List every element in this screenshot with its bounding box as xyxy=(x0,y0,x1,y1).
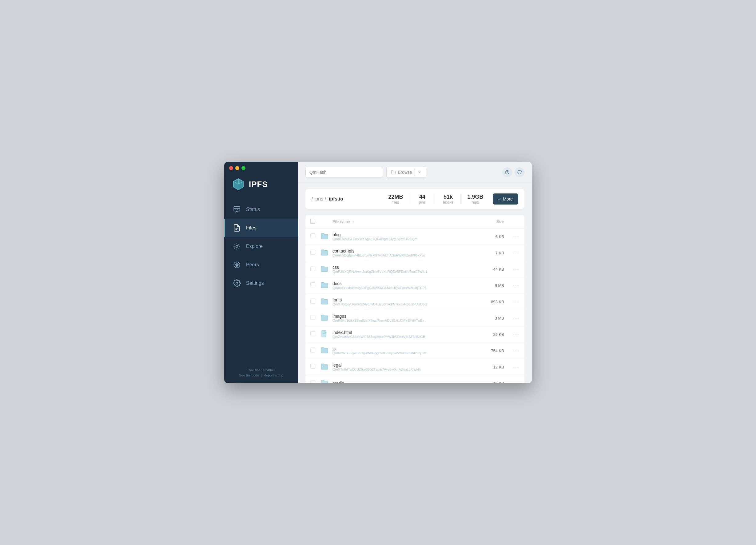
sidebar-item-files[interactable]: Files xyxy=(224,219,298,237)
file-size-2: 44 KB xyxy=(473,267,504,272)
svg-line-20 xyxy=(238,244,239,245)
stat-pins-value: 44 xyxy=(419,194,425,200)
folder-icon-1 xyxy=(320,248,329,257)
row-menu-7[interactable]: ··· xyxy=(504,348,519,354)
svg-point-13 xyxy=(236,245,238,248)
file-name-5[interactable]: images xyxy=(332,314,473,319)
column-size: Size xyxy=(473,219,504,224)
file-name-7[interactable]: js xyxy=(332,346,473,351)
file-size-7: 754 KB xyxy=(473,348,504,353)
files-icon xyxy=(233,224,241,232)
row-checkbox-8[interactable] xyxy=(310,364,315,369)
help-icon xyxy=(505,170,510,175)
file-table: File name ↑ Size blog xyxy=(305,215,524,383)
row-checkbox-6[interactable] xyxy=(310,331,315,336)
row-menu-5[interactable]: ··· xyxy=(504,315,519,321)
app-window: IPFS Status Files Explo xyxy=(224,162,532,383)
stat-pins-label[interactable]: pins xyxy=(419,200,426,205)
row-checkbox-9[interactable] xyxy=(310,380,315,383)
svg-line-18 xyxy=(234,244,235,245)
file-name-3[interactable]: docs xyxy=(332,281,473,286)
sidebar-footer: Revision 3834d49 See the code | Report a… xyxy=(224,363,298,383)
see-code-link[interactable]: See the code xyxy=(239,373,259,377)
row-menu-1[interactable]: ··· xyxy=(504,250,519,256)
peers-label: Peers xyxy=(246,262,259,268)
folder-icon-2 xyxy=(320,264,329,273)
file-hash-5: QmR9Kd1GkkS9im8JafX8wxjRrnnHDLS1H1CMYEYt… xyxy=(332,319,473,322)
stat-files-label[interactable]: files xyxy=(392,200,399,205)
svg-rect-7 xyxy=(234,206,240,211)
main-nav: Status Files Explore Peers xyxy=(224,200,298,363)
folder-icon-4 xyxy=(320,297,329,305)
stat-blocks: 51k blocks xyxy=(436,194,461,205)
file-size-6: 29 KB xyxy=(473,332,504,337)
row-menu-2[interactable]: ··· xyxy=(504,266,519,273)
file-size-0: 6 KB xyxy=(473,234,504,239)
file-size-9: 13 KB xyxy=(473,381,504,384)
topbar: Browse xyxy=(298,162,532,183)
sidebar-item-status[interactable]: Status xyxy=(224,200,298,219)
folder-icon-9 xyxy=(320,378,329,383)
file-name-2[interactable]: css xyxy=(332,265,473,270)
settings-label: Settings xyxy=(246,280,264,286)
svg-line-19 xyxy=(238,248,239,249)
stat-repo-label: repo xyxy=(472,200,479,205)
file-name-4[interactable]: fonts xyxy=(332,297,473,302)
more-button[interactable]: ··· More xyxy=(493,193,518,205)
row-checkbox-5[interactable] xyxy=(310,315,315,320)
file-name-0[interactable]: blog xyxy=(332,232,473,237)
folder-icon-5 xyxy=(320,313,329,322)
file-size-1: 7 KB xyxy=(473,251,504,255)
sidebar-item-peers[interactable]: Peers xyxy=(224,256,298,274)
row-checkbox-4[interactable] xyxy=(310,299,315,304)
table-row: css QmPJNXQRNAtwxt2ctKgZNe8VdKuRQEvBFEoN… xyxy=(305,261,524,277)
refresh-icon xyxy=(517,170,522,175)
status-label: Status xyxy=(246,207,260,212)
table-header: File name ↑ Size xyxy=(305,215,524,229)
sidebar-item-settings[interactable]: Settings xyxy=(224,274,298,292)
row-menu-0[interactable]: ··· xyxy=(504,233,519,240)
search-input[interactable] xyxy=(305,167,383,178)
folder-icon xyxy=(391,170,396,175)
table-row: contact-ipfs QmahSDgjfpmfHEB5tBVtxM97voA… xyxy=(305,245,524,261)
refresh-button[interactable] xyxy=(515,167,524,177)
row-checkbox-0[interactable] xyxy=(310,233,315,238)
table-row: legal QmXTpffrfTwDJUZ9w6Gb2Tzmb7Ayy9w9pr… xyxy=(305,359,524,375)
stat-repo-value: 1.9GB xyxy=(468,194,483,200)
browse-settings-icon xyxy=(417,170,422,174)
folder-icon-3 xyxy=(320,280,329,289)
sort-arrow[interactable]: ↑ xyxy=(352,220,354,224)
stat-pins: 44 pins xyxy=(410,194,435,205)
row-checkbox-2[interactable] xyxy=(310,266,315,271)
file-hash-6: QmZeUitXeG56YoWiE587xqHqcePYWJb5EwzVjKAT… xyxy=(332,335,473,339)
browse-button[interactable]: Browse xyxy=(386,167,426,178)
file-name-6[interactable]: index.html xyxy=(332,330,473,335)
table-row: media 13 KB ··· xyxy=(305,375,524,383)
report-bug-link[interactable]: Report a bug xyxy=(264,373,283,377)
row-menu-8[interactable]: ··· xyxy=(504,364,519,370)
main-content: Browse / ipns / xyxy=(298,162,532,383)
row-checkbox-1[interactable] xyxy=(310,250,315,255)
minimize-button[interactable] xyxy=(235,166,239,170)
sidebar-item-explore[interactable]: Explore xyxy=(224,237,298,256)
file-name-8[interactable]: legal xyxy=(332,363,473,368)
row-menu-6[interactable]: ··· xyxy=(504,331,519,338)
row-menu-4[interactable]: ··· xyxy=(504,299,519,305)
app-title: IPFS xyxy=(249,180,268,189)
table-row: docs QmbcqYLxbwcc4g5RPgGBuS56CAAk3HQwFat… xyxy=(305,277,524,294)
select-all-checkbox[interactable] xyxy=(310,219,315,224)
help-button[interactable] xyxy=(502,167,512,177)
file-name-1[interactable]: contact-ipfs xyxy=(332,249,473,253)
stat-blocks-value: 51k xyxy=(444,194,453,200)
table-row: fonts QmX7GQcyrVaKnS24y6nvU4LEB9hkcK5Tkx… xyxy=(305,294,524,310)
stat-files-value: 22MB xyxy=(388,194,403,200)
row-menu-9[interactable]: ··· xyxy=(504,380,519,384)
maximize-button[interactable] xyxy=(241,166,245,170)
row-checkbox-3[interactable] xyxy=(310,282,315,287)
row-menu-3[interactable]: ··· xyxy=(504,282,519,289)
breadcrumb-prefix: / ipns / xyxy=(312,196,326,201)
file-name-9[interactable]: media xyxy=(332,381,473,383)
close-button[interactable] xyxy=(229,166,233,170)
file-size-8: 12 KB xyxy=(473,365,504,369)
row-checkbox-7[interactable] xyxy=(310,348,315,352)
